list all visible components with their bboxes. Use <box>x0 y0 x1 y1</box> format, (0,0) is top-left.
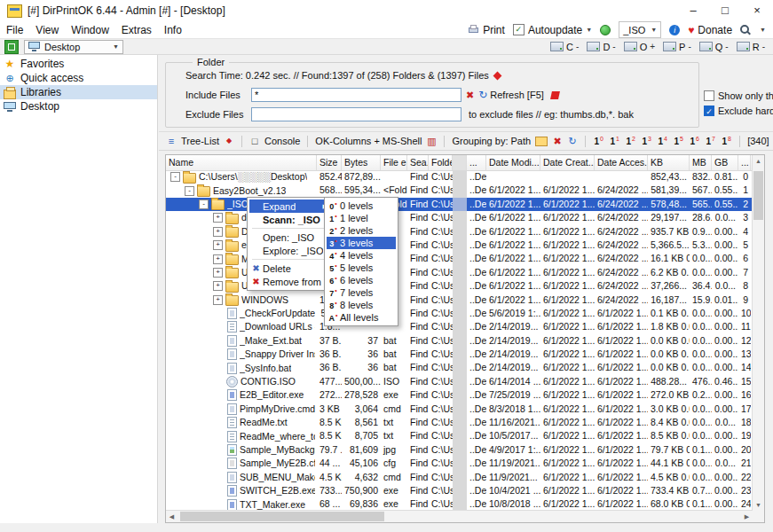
expand-level-6-button[interactable]: 16 <box>689 136 700 146</box>
donate-button[interactable]: ♥ Donate <box>688 24 732 36</box>
table-row[interactable]: Sample_MyE2B.cfg44 ...45,106cfgFind...C:… <box>166 457 753 470</box>
menu-window[interactable]: Window <box>65 24 115 36</box>
submenu-item-5-levels[interactable]: 5•5 levels <box>327 262 396 274</box>
column-header-mb[interactable]: MB <box>690 155 712 170</box>
vertical-scroll-thumb[interactable] <box>753 171 763 220</box>
menu-view[interactable]: View <box>29 24 65 36</box>
search-icon[interactable] <box>740 24 752 35</box>
chevron-down-icon[interactable]: ▼ <box>760 27 766 33</box>
column-header-size[interactable]: Size <box>317 155 342 170</box>
submenu-item-2-levels[interactable]: 2•2 levels <box>327 224 396 237</box>
exclude-files-input[interactable] <box>251 107 461 121</box>
table-row[interactable]: -C:\Users\░░░░░Desktop\852.43 M...872,89… <box>166 170 753 184</box>
table-row[interactable]: CONTIG.ISO477...500,00...ISOFind...C:\Us… <box>166 375 753 388</box>
pin-red-icon[interactable]: ◆ <box>224 135 234 147</box>
brush-icon[interactable] <box>550 91 560 99</box>
column-header-date-creat[interactable]: Date Creat... <box>540 155 595 170</box>
context-menu-item-explore-iso[interactable]: Explore: _ISO <box>249 244 329 257</box>
drive-D[interactable]: D- <box>587 42 615 52</box>
drive-C[interactable]: C- <box>550 42 579 52</box>
scroll-down-icon[interactable]: ▼ <box>753 499 764 511</box>
column-header-col14[interactable]: ... <box>738 155 751 170</box>
autoupdate-toggle[interactable]: ✓ Autoupdate ▼ <box>513 24 592 36</box>
tree-expander[interactable]: - <box>170 172 180 182</box>
vertical-scrollbar[interactable]: ▲ ▼ <box>752 155 764 511</box>
context-menu-item-expand[interactable]: Expand▶ <box>249 200 329 213</box>
drive-O[interactable]: O+ <box>624 42 655 52</box>
menu-extras[interactable]: Extras <box>115 24 158 36</box>
submenu-item-all-levels[interactable]: A•All levels <box>327 311 396 324</box>
include-files-input[interactable] <box>251 88 461 102</box>
tree-expander[interactable]: + <box>213 268 223 278</box>
column-header-col7[interactable]: ... <box>467 155 486 170</box>
close-button[interactable]: × <box>741 0 773 21</box>
column-header-date-acces[interactable]: Date Acces... <box>595 155 648 170</box>
menu-file[interactable]: File <box>0 24 29 36</box>
location-dropdown[interactable]: Desktop ▼ <box>24 40 123 54</box>
refresh-button[interactable]: Refresh [F5] <box>490 90 544 100</box>
tree-list-icon[interactable]: ≡ <box>166 135 177 147</box>
drive-R[interactable]: R- <box>737 42 765 52</box>
sidebar-item-libraries[interactable]: Libraries <box>0 85 157 99</box>
show-only-folders-checkbox[interactable]: Show only the fo <box>704 90 773 101</box>
exclude-hardlinks-checkbox[interactable]: ✓ Exclude hardlin <box>704 106 773 116</box>
tree-expander[interactable]: + <box>213 213 223 223</box>
drive-P[interactable]: P- <box>663 42 691 52</box>
expand-level-7-button[interactable]: 17 <box>705 136 716 146</box>
tree-expander[interactable]: + <box>213 254 223 264</box>
expand-level-1-button[interactable]: 11 <box>609 136 620 146</box>
column-header-gb[interactable]: GB <box>712 155 738 170</box>
submenu-item-1-level[interactable]: 1•1 level <box>327 212 396 224</box>
expand-level-0-button[interactable]: 10 <box>593 136 604 146</box>
submenu-item-3-levels[interactable]: 3•3 levels <box>327 237 396 249</box>
table-row[interactable]: _Snappy Driver Installer...36 B...36batF… <box>166 348 753 361</box>
iso-dropdown[interactable]: _ISO ▼ <box>619 21 661 38</box>
scroll-right-icon[interactable]: ▶ <box>741 511 753 522</box>
column-header-bytes[interactable]: Bytes <box>342 155 381 170</box>
context-menu-item-remove-from-list[interactable]: ✖Remove from list <box>249 275 329 288</box>
expand-level-3-button[interactable]: 13 <box>641 136 652 146</box>
table-row[interactable]: Sample_MyBackground.j...79.7 ...81,609jp… <box>166 443 753 457</box>
console-window-icon[interactable]: □ <box>249 135 260 147</box>
horizontal-scroll-thumb[interactable] <box>180 512 384 521</box>
table-row[interactable]: +WINDOWS15.9...Find...C:\Users\..De...6/… <box>166 293 753 307</box>
table-row[interactable]: -Easy2Boot_v2.13568...595,34...<Fold...F… <box>166 184 753 197</box>
submenu-item-7-levels[interactable]: 7•7 levels <box>327 286 396 299</box>
tree-expander[interactable]: + <box>213 295 223 305</box>
folder-small-icon[interactable] <box>535 137 548 146</box>
table-row[interactable]: E2B_Editor.exe272...278,528exeFind...C:\… <box>166 388 753 402</box>
expand-level-8-button[interactable]: 18 <box>721 136 732 146</box>
table-row[interactable]: _Download URLs - Short...1.8...Find...C:… <box>166 320 753 333</box>
drive-Q[interactable]: Q- <box>699 42 729 52</box>
sidebar-item-quick-access[interactable]: ⊕Quick access <box>0 71 157 85</box>
submenu-item-0-levels[interactable]: 0•0 levels <box>327 200 396 212</box>
context-menu-item-scann-iso[interactable]: Scann: _ISO <box>249 213 329 226</box>
info-icon[interactable]: i <box>669 25 680 35</box>
context-menu-item-delete[interactable]: ✖Delete <box>249 262 329 275</box>
sidebar-item-desktop[interactable]: Desktop <box>0 99 157 113</box>
refresh-blue-icon[interactable]: ↻ <box>567 135 578 147</box>
column-header-folder[interactable]: Folder <box>429 155 453 170</box>
table-row[interactable]: ReadMe.txt8.5 KB8,561txtFind...C:\Users\… <box>166 416 753 429</box>
table-row[interactable]: _Make_Ext.bat37 B...37batFind...C:\Users… <box>166 334 753 348</box>
column-header-file-e[interactable]: File e... <box>381 155 407 170</box>
toolbar-label-ok-columns-ms-shell[interactable]: OK-Columns + MS-Shell <box>315 136 422 146</box>
clear-filter-icon[interactable]: ✖ <box>466 90 474 101</box>
toolbar-label-grouping-by-path[interactable]: Grouping by: Path <box>452 136 531 146</box>
column-header-col6[interactable] <box>453 155 467 170</box>
column-header-sea[interactable]: Sea... <box>407 155 429 170</box>
scroll-left-icon[interactable]: ◀ <box>166 511 177 522</box>
expand-level-2-button[interactable]: 12 <box>625 136 636 146</box>
toolbar-label-340[interactable]: [340] <box>747 136 769 146</box>
table-row[interactable]: SWITCH_E2B.exe733...750,900exeFind...C:\… <box>166 484 753 497</box>
submenu-item-6-levels[interactable]: 6•6 levels <box>327 274 396 286</box>
toolbar-label-tree-list[interactable]: Tree-List <box>181 136 219 146</box>
tree-expander[interactable]: - <box>199 200 209 209</box>
tree-expander[interactable]: + <box>213 281 223 291</box>
column-header-name[interactable]: Name <box>166 155 317 170</box>
column-header-date-modi[interactable]: Date Modi... <box>486 155 540 170</box>
columns-red-icon[interactable]: ▥ <box>426 135 437 147</box>
table-row[interactable]: _CheckForUpdate.cmd51...Find...C:\Users\… <box>166 307 753 320</box>
tree-expander[interactable]: + <box>213 227 223 237</box>
menu-info[interactable]: Info <box>158 24 188 36</box>
